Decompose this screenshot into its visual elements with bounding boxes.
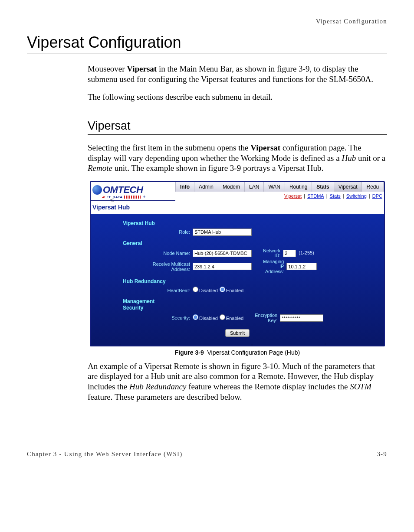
radio-heartbeat-disabled[interactable]: Disabled <box>193 287 218 294</box>
separator: | <box>367 193 372 199</box>
row-security: Security: Disabled Enabled Encryption Ke… <box>95 313 380 323</box>
input-recv-mcast[interactable] <box>193 263 252 270</box>
radio-input[interactable] <box>220 314 225 320</box>
text: Enabled <box>226 316 243 321</box>
input-node-name[interactable] <box>193 250 252 257</box>
radio-input[interactable] <box>193 287 198 292</box>
text: Disabled <box>199 316 218 321</box>
hint-network-id: (1-255) <box>296 250 314 256</box>
intro-paragraph-1: Mouseover Vipersat in the Main Menu Bar,… <box>88 64 387 85</box>
text: unit or a <box>356 153 385 163</box>
submenu: Vipersat | STDMA | Stats | Switching | D… <box>175 192 384 201</box>
radio-security-enabled[interactable]: Enabled <box>220 314 243 322</box>
text: Selecting the first item in the submenu … <box>88 143 250 152</box>
subnav-vipersat[interactable]: Vipersat <box>284 193 302 199</box>
subsection-heading: Vipersat <box>88 119 387 135</box>
bold-vipersat: Vipersat <box>250 143 280 152</box>
figure-3-9: OMTECH ▰ EF DATA ® Info Admin Modem <box>88 181 387 357</box>
text: OMTECH <box>103 184 143 196</box>
bars-icon <box>124 196 141 199</box>
row-node-name: Node Name: Network ID: (1-255) <box>95 248 380 258</box>
globe-icon <box>92 185 102 195</box>
form-panel: Vipersat Hub Role: General Node Name: Ne… <box>91 214 384 343</box>
input-role[interactable] <box>193 228 252 236</box>
text: feature whereas the Remote display inclu… <box>186 382 350 391</box>
text: Mouseover <box>88 64 127 73</box>
after-figure-paragraph: An example of a Vipersat Remote is shown… <box>88 361 387 402</box>
menu-vipersat[interactable]: Vipersat <box>334 182 362 192</box>
page-title: Vipersat Hub <box>91 201 384 214</box>
label-network-id: Network ID: <box>252 248 283 258</box>
radio-heartbeat-enabled[interactable]: Enabled <box>220 287 243 294</box>
sub-paragraph-1: Selecting the first item in the submenu … <box>88 143 387 173</box>
label-recv-mcast: Receive Multicast Address: <box>95 261 193 272</box>
menu-redundancy[interactable]: Redu <box>361 182 384 192</box>
group-hub-redundancy: Hub Redundancy <box>95 275 380 286</box>
text: Enabled <box>226 288 243 293</box>
separator: | <box>324 193 330 199</box>
footer-chapter: Chapter 3 - Using the Web Server Interfa… <box>27 450 183 458</box>
label-security: Security: <box>95 315 193 320</box>
page-footer: Chapter 3 - Using the Web Server Interfa… <box>27 450 387 458</box>
menu-info[interactable]: Info <box>175 182 194 192</box>
italic-sotm: SOTM <box>350 382 371 391</box>
slash-icon: ▰ <box>102 195 105 199</box>
torn-edge-decoration <box>91 343 384 346</box>
radio-input[interactable] <box>220 287 225 292</box>
radio-security: Disabled Enabled <box>193 314 243 322</box>
menu-stats[interactable]: Stats <box>312 182 333 192</box>
figure-title: Vipersat Configuration Page (Hub) <box>207 349 300 356</box>
vipersat-config-window: OMTECH ▰ EF DATA ® Info Admin Modem <box>90 181 385 346</box>
subnav-switching[interactable]: Switching <box>346 193 367 199</box>
label-role: Role: <box>95 229 193 235</box>
label-node-name: Node Name: <box>95 251 193 256</box>
italic-hub-redundancy: Hub Redundancy <box>129 382 186 391</box>
submit-row: Submit <box>95 324 380 339</box>
menu-lan[interactable]: LAN <box>244 182 263 192</box>
subnav-stdma[interactable]: STDMA <box>307 193 324 199</box>
italic-remote: Remote <box>88 163 112 173</box>
menu-admin[interactable]: Admin <box>194 182 218 192</box>
subnav-stats[interactable]: Stats <box>330 193 341 199</box>
group-vipersat-hub: Vipersat Hub <box>95 217 380 228</box>
row-role: Role: <box>95 228 380 236</box>
section-heading: Vipersat Configuration <box>27 33 387 53</box>
content-area: Vipersat Hub Role: General Node Name: Ne… <box>91 214 384 346</box>
submit-button[interactable]: Submit <box>225 329 250 337</box>
topbar: OMTECH ▰ EF DATA ® Info Admin Modem <box>91 182 384 201</box>
menubar: Info Admin Modem LAN WAN Routing Stats V… <box>175 182 384 201</box>
input-encryption-key[interactable] <box>280 314 323 322</box>
logo: OMTECH ▰ EF DATA ® <box>91 182 175 200</box>
menu-wan[interactable]: WAN <box>263 182 285 192</box>
subnav-dpc[interactable]: DPC <box>372 193 382 199</box>
text: unit. The example shown in figure 3-9 po… <box>112 163 323 173</box>
bold-vipersat: Vipersat <box>127 64 157 73</box>
row-recv-mcast: Receive Multicast Address: Managing IP A… <box>95 259 380 274</box>
footer-page-number: 3-9 <box>377 450 387 458</box>
text: Disabled <box>199 288 218 293</box>
label-managing-ip: Managing IP Address: <box>252 259 286 274</box>
group-general: General <box>95 237 380 248</box>
input-network-id[interactable] <box>283 250 296 257</box>
intro-paragraph-2: The following sections describe each sub… <box>88 92 387 102</box>
figure-caption: Figure 3-9 Vipersat Configuration Page (… <box>88 349 387 357</box>
row-heartbeat: HeartBeat: Disabled Enabled <box>95 287 380 294</box>
text: feature. These parameters are described … <box>88 392 242 401</box>
italic-hub: Hub <box>342 153 356 163</box>
separator: | <box>341 193 346 199</box>
input-managing-ip[interactable] <box>286 263 317 270</box>
logo-name: OMTECH <box>92 184 143 196</box>
group-mgmt-security: Management Security <box>95 295 380 312</box>
radio-input[interactable] <box>193 314 198 320</box>
main-menu: Info Admin Modem LAN WAN Routing Stats V… <box>175 182 384 192</box>
menu-routing[interactable]: Routing <box>285 182 312 192</box>
label-encryption-key: Encryption Key: <box>243 313 280 323</box>
menu-modem[interactable]: Modem <box>218 182 244 192</box>
separator: | <box>302 193 307 199</box>
radio-security-disabled[interactable]: Disabled <box>193 314 218 322</box>
running-header: Vipersat Configuration <box>27 17 387 26</box>
registered-mark: ® <box>143 196 145 199</box>
figure-number: Figure 3-9 <box>175 349 204 356</box>
subnav: Vipersat | STDMA | Stats | Switching | D… <box>284 193 382 199</box>
label-heartbeat: HeartBeat: <box>95 288 193 293</box>
